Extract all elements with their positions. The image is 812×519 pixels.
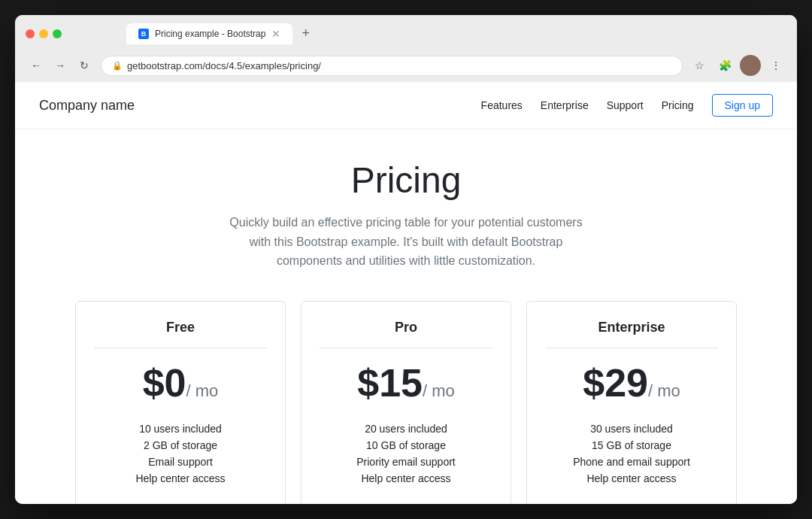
- browser-chrome: B Pricing example - Bootstrap ✕ + ← → ↻ …: [15, 15, 797, 82]
- feature-item: 10 users included: [94, 420, 267, 437]
- nav-link-features[interactable]: Features: [481, 99, 523, 111]
- forward-button[interactable]: →: [50, 55, 71, 76]
- tab-bar: B Pricing example - Bootstrap ✕ +: [116, 23, 326, 44]
- card-price-enterprise: $29/ mo: [545, 360, 718, 405]
- brand-name: Company name: [39, 98, 135, 114]
- tab-title-text: Pricing example - Bootstrap: [155, 29, 265, 39]
- card-title-free: Free: [94, 320, 267, 348]
- feature-item: 10 GB of storage: [320, 437, 492, 454]
- nav-link-enterprise[interactable]: Enterprise: [541, 99, 589, 111]
- close-traffic-light[interactable]: [26, 29, 35, 38]
- url-bar[interactable]: 🔒 getbootstrap.com/docs/4.5/examples/pri…: [101, 56, 683, 76]
- maximize-traffic-light[interactable]: [53, 29, 62, 38]
- title-bar: B Pricing example - Bootstrap ✕ +: [15, 15, 797, 50]
- nav-link-pricing[interactable]: Pricing: [662, 99, 694, 111]
- feature-item: 30 users included: [545, 420, 718, 437]
- profile-button[interactable]: [740, 55, 761, 76]
- pricing-card-pro: Pro $15/ mo 20 users included 10 GB of s…: [301, 301, 511, 504]
- reload-button[interactable]: ↻: [74, 55, 95, 76]
- feature-item: Help center access: [545, 470, 718, 487]
- page-subtitle: Quickly build an effective pricing table…: [218, 213, 594, 271]
- browser-window: B Pricing example - Bootstrap ✕ + ← → ↻ …: [15, 15, 797, 504]
- extensions-button[interactable]: 🧩: [714, 55, 735, 76]
- tab-favicon: B: [138, 29, 149, 39]
- card-price-pro: $15/ mo: [320, 360, 492, 405]
- feature-item: 2 GB of storage: [94, 437, 267, 454]
- feature-item: 20 users included: [320, 420, 492, 437]
- price-amount-enterprise: $29: [583, 361, 648, 405]
- card-title-pro: Pro: [320, 320, 492, 348]
- card-features-pro: 20 users included 10 GB of storage Prior…: [320, 420, 492, 487]
- price-amount-pro: $15: [357, 361, 423, 405]
- feature-item: Priority email support: [320, 454, 492, 470]
- page-title: Pricing: [39, 159, 773, 201]
- back-button[interactable]: ←: [26, 55, 47, 76]
- card-title-enterprise: Enterprise: [545, 320, 718, 348]
- feature-item: Phone and email support: [545, 454, 718, 470]
- nav-buttons: ← → ↻: [26, 55, 95, 76]
- card-price-free: $0/ mo: [94, 360, 267, 405]
- feature-item: 15 GB of storage: [545, 437, 718, 454]
- feature-item: Help center access: [94, 470, 267, 487]
- url-text: getbootstrap.com/docs/4.5/examples/prici…: [127, 60, 321, 71]
- lock-icon: 🔒: [112, 61, 123, 71]
- page-content: Company name Features Enterprise Support…: [15, 82, 797, 504]
- address-bar: ← → ↻ 🔒 getbootstrap.com/docs/4.5/exampl…: [15, 50, 797, 82]
- new-tab-button[interactable]: +: [295, 23, 316, 44]
- price-period-enterprise: / mo: [648, 381, 680, 400]
- nav-link-support[interactable]: Support: [607, 99, 644, 111]
- browser-actions: ☆ 🧩 ⋮: [689, 55, 786, 76]
- menu-button[interactable]: ⋮: [765, 55, 786, 76]
- minimize-traffic-light[interactable]: [39, 29, 48, 38]
- tab-close-btn[interactable]: ✕: [271, 28, 280, 40]
- feature-item: Email support: [94, 454, 267, 470]
- pricing-card-free: Free $0/ mo 10 users included 2 GB of st…: [75, 301, 286, 504]
- card-features-enterprise: 30 users included 15 GB of storage Phone…: [545, 420, 718, 487]
- feature-item: Help center access: [320, 470, 492, 487]
- price-amount-free: $0: [143, 361, 186, 405]
- price-period-free: / mo: [186, 381, 219, 400]
- bookmark-button[interactable]: ☆: [689, 55, 710, 76]
- site-navbar: Company name Features Enterprise Support…: [15, 82, 797, 129]
- price-period-pro: / mo: [423, 381, 455, 400]
- pricing-cards: Free $0/ mo 10 users included 2 GB of st…: [39, 301, 773, 504]
- traffic-lights: [26, 29, 62, 38]
- card-features-free: 10 users included 2 GB of storage Email …: [94, 420, 267, 487]
- main-content: Pricing Quickly build an effective prici…: [15, 129, 797, 504]
- signup-button[interactable]: Sign up: [712, 94, 773, 117]
- nav-links: Features Enterprise Support Pricing Sign…: [481, 94, 773, 117]
- active-tab[interactable]: B Pricing example - Bootstrap ✕: [126, 23, 292, 44]
- pricing-card-enterprise: Enterprise $29/ mo 30 users included 15 …: [526, 301, 737, 504]
